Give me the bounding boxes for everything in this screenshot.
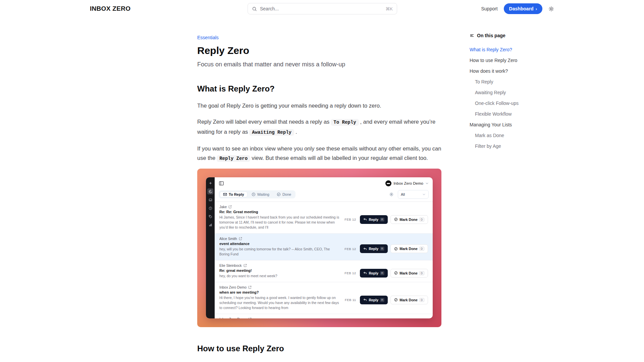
mark-done-button[interactable]: Mark Done D <box>390 296 428 304</box>
toc-link-to-reply[interactable]: To Reply <box>470 76 532 87</box>
toc-link-what-is-reply-zero[interactable]: What is Reply Zero? <box>470 44 532 55</box>
email-subject: Re: great meeting! <box>219 268 340 273</box>
external-link-icon[interactable] <box>248 286 252 289</box>
mark-done-button[interactable]: Mark Done D <box>390 215 428 224</box>
support-link[interactable]: Support <box>481 6 497 11</box>
mark-done-button[interactable]: Mark Done D <box>390 269 428 278</box>
demo-app-main: Inbox Zero Demo To Reply <box>215 177 433 318</box>
reply-button[interactable]: Reply R <box>360 269 388 278</box>
inline-code-awaiting-reply: Awaiting Reply <box>249 129 294 136</box>
email-row[interactable]: Jake Re: Re: Great meeting Hi James, Sin… <box>215 202 433 234</box>
email-row[interactable]: Inbox Zero Demo Re: Re: great speaking H… <box>215 314 433 318</box>
search-shortcut: ⌘K <box>385 6 393 11</box>
heading-how-to-use: How to use Reply Zero <box>197 343 441 354</box>
clock-icon <box>252 192 256 196</box>
demo-app-window: Inbox Zero Demo To Reply <box>206 177 433 318</box>
email-date: FEB 12 <box>344 218 356 221</box>
panel-toggle-icon[interactable] <box>219 181 224 186</box>
email-list: Jake Re: Re: Great meeting Hi James, Sin… <box>215 201 433 318</box>
tab-done[interactable]: Done <box>273 191 294 197</box>
page-title: Reply Zero <box>197 44 441 57</box>
toc-link-filter-by-age[interactable]: Filter by Age <box>470 141 532 152</box>
page-subtitle: Focus on emails that matter and never mi… <box>197 61 441 68</box>
paragraph-2: Reply Zero will label every email that n… <box>197 117 441 137</box>
toc-link-how-to-use[interactable]: How to use Reply Zero <box>470 55 532 66</box>
heading-what-is-reply-zero: What is Reply Zero? <box>197 83 441 94</box>
account-menu[interactable]: Inbox Zero Demo <box>385 180 429 186</box>
inline-code-to-reply: To Reply <box>331 119 359 126</box>
sparkles-icon[interactable] <box>207 180 213 186</box>
tag-icon[interactable] <box>207 214 213 220</box>
tab-group: To Reply Waiting Done <box>219 190 296 198</box>
demo-tab-bar: To Reply Waiting Done <box>215 189 433 201</box>
filter-select[interactable]: All <box>398 190 429 199</box>
email-sender: Elie Steinbock <box>219 263 242 267</box>
external-link-icon[interactable] <box>248 317 252 318</box>
email-snippet: Hi there, I hope you’re having a good we… <box>219 295 340 310</box>
clock-icon[interactable] <box>207 205 213 211</box>
kbd-d: D <box>419 298 424 302</box>
dashboard-button[interactable]: Dashboard › <box>504 3 542 14</box>
demo-screenshot: Inbox Zero Demo To Reply <box>197 169 441 327</box>
external-link-icon[interactable] <box>244 264 247 267</box>
logo[interactable]: INBOX ZERO <box>90 5 130 12</box>
account-name: Inbox Zero Demo <box>393 181 423 185</box>
chevron-right-icon: › <box>536 6 537 11</box>
toc-lines-icon <box>470 33 474 38</box>
inbox-icon[interactable] <box>207 197 213 203</box>
demo-app-sidebar <box>206 177 215 318</box>
reply-button[interactable]: Reply R <box>360 244 388 253</box>
search-icon <box>252 6 257 11</box>
paragraph-3: If you want to see an inbox view where y… <box>197 144 441 163</box>
reply-button[interactable]: Reply R <box>360 296 388 304</box>
kbd-r: R <box>380 218 384 222</box>
top-nav: INBOX ZERO Search... ⌘K Support Dashboar… <box>0 0 644 17</box>
toc-link-how-does-it-work[interactable]: How does it work? <box>470 66 532 76</box>
toc-heading: On this page <box>477 33 505 38</box>
article: Essentials Reply Zero Focus on emails th… <box>197 17 441 354</box>
search-input[interactable]: Search... ⌘K <box>248 3 397 14</box>
email-sender: Inbox Zero Demo <box>219 285 247 289</box>
toc-link-flexible-workflow[interactable]: Flexible Workflow <box>470 109 532 119</box>
email-row[interactable]: Elie Steinbock Re: great meeting! hey, d… <box>215 260 433 282</box>
email-date: FEB 11 <box>345 298 356 302</box>
mark-done-button[interactable]: Mark Done D <box>390 244 428 253</box>
tab-waiting[interactable]: Waiting <box>248 191 273 197</box>
external-link-icon[interactable] <box>228 205 232 208</box>
email-date: FEB 12 <box>344 247 356 251</box>
mail-icon <box>223 192 227 196</box>
email-row[interactable]: Inbox Zero Demo when are we meeting? Hi … <box>215 282 433 314</box>
email-date: FEB 12 <box>344 271 356 275</box>
email-subject: Re: Re: Great meeting <box>219 210 340 214</box>
email-sender: Inbox Zero Demo <box>219 317 247 318</box>
toc-link-managing-your-lists[interactable]: Managing Your Lists <box>470 119 532 130</box>
chevron-down-icon <box>425 182 429 185</box>
email-snippet: Hi James, Since I haven’t heard back fro… <box>219 215 340 230</box>
toc-link-mark-as-done[interactable]: Mark as Done <box>470 130 532 141</box>
inline-code-reply-zero: Reply Zero <box>217 155 250 162</box>
account-avatar <box>385 180 391 186</box>
external-link-icon[interactable] <box>239 237 242 240</box>
demo-app-header: Inbox Zero Demo <box>215 177 433 189</box>
search-placeholder: Search... <box>260 6 279 11</box>
email-sender: Jake <box>219 205 227 209</box>
on-this-page: On this page What is Reply Zero? How to … <box>470 17 532 152</box>
check-circle-icon <box>277 192 281 196</box>
tab-to-reply[interactable]: To Reply <box>220 191 248 197</box>
reply-button[interactable]: Reply R <box>360 215 388 224</box>
breadcrumb-category[interactable]: Essentials <box>197 17 441 40</box>
nav-right: Support Dashboard › <box>481 0 554 17</box>
reply-zero-icon[interactable] <box>207 188 213 194</box>
kbd-r: R <box>380 247 384 251</box>
theme-toggle-sun-icon[interactable] <box>548 6 554 12</box>
email-subject: when are we meeting? <box>219 290 340 294</box>
paragraph-1: The goal of Reply Zero is getting your e… <box>197 101 441 110</box>
email-subject: event attendance <box>219 242 340 246</box>
settings-gear-icon[interactable] <box>389 192 394 197</box>
toc-link-awaiting-reply[interactable]: Awaiting Reply <box>470 87 532 98</box>
chevron-down-icon <box>422 193 426 196</box>
kbd-d: D <box>419 247 424 251</box>
chart-icon[interactable] <box>207 222 213 228</box>
email-row[interactable]: Alice Smith event attendance hey, will y… <box>215 234 433 260</box>
toc-link-one-click-follow-ups[interactable]: One-click Follow-ups <box>470 98 532 109</box>
